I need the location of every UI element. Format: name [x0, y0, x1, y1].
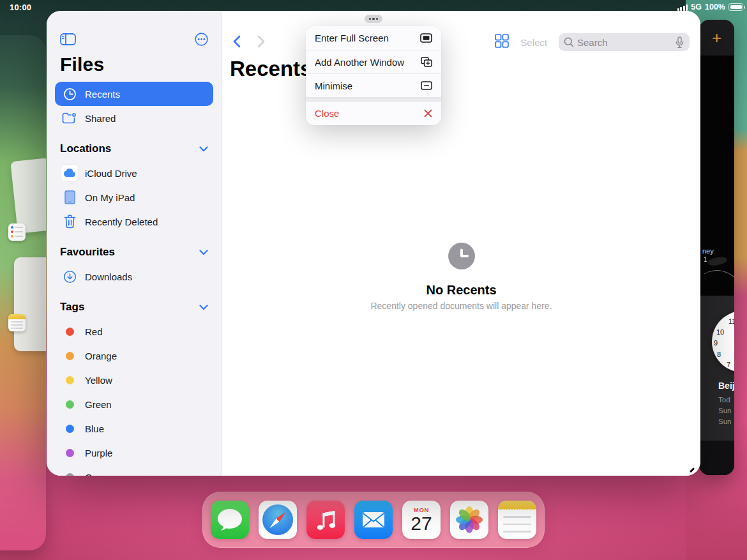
- sidebar-item-downloads[interactable]: Downloads: [55, 264, 213, 289]
- sidebar-item-label: Shared: [85, 113, 116, 124]
- sidebar-item-label: Recently Deleted: [85, 216, 158, 227]
- empty-state-subtitle: Recently opened documents will appear he…: [222, 301, 700, 311]
- thumbnail-note-card: [10, 158, 46, 234]
- clock-number: 7: [727, 361, 730, 368]
- signal-bars-icon: [677, 4, 688, 11]
- enter-full-screen-icon: [420, 33, 432, 43]
- battery-icon: [728, 3, 743, 11]
- view-options-button[interactable]: [495, 34, 509, 50]
- tag-label: Orange: [85, 351, 117, 361]
- menu-item-close[interactable]: Close: [306, 102, 441, 125]
- sidebar-item-on-my-ipad[interactable]: On My iPad: [55, 185, 213, 209]
- section-title: Locations: [60, 142, 111, 155]
- more-options-button[interactable]: [195, 33, 208, 49]
- minimise-icon: [421, 81, 432, 90]
- clock-number: 9: [714, 339, 718, 347]
- city-name-label: Beij: [718, 381, 734, 391]
- tag-color-dot: [66, 449, 74, 457]
- back-button[interactable]: [232, 35, 241, 50]
- clock-app-header: +: [699, 20, 734, 56]
- tag-label: Purple: [85, 448, 112, 458]
- page-title: Recents: [230, 57, 312, 81]
- shared-folder-icon: [61, 112, 78, 125]
- tag-color-dot: [66, 425, 74, 433]
- icloud-drive-icon: [61, 165, 78, 181]
- select-button[interactable]: Select: [520, 37, 547, 48]
- clock-number: 10: [716, 328, 724, 336]
- tag-color-dot: [66, 473, 74, 476]
- section-title: Favourites: [60, 246, 115, 259]
- dock: MON 27: [202, 492, 545, 548]
- stage-right-app-thumbnail[interactable]: + ney 1 11 10 9 8 7 Beij Tod Sun Sun: [699, 20, 734, 475]
- menu-separator: [306, 97, 441, 102]
- window-controls-menu: Enter Full Screen Add Another Window Min…: [306, 26, 441, 125]
- toggle-sidebar-button[interactable]: [60, 33, 76, 48]
- photos-app-icon[interactable]: [450, 501, 488, 539]
- stage-left-app-thumbnail[interactable]: [0, 35, 46, 550]
- tag-label: Blue: [85, 423, 104, 434]
- download-circle-icon: [61, 270, 78, 284]
- clock-time: 10:00: [10, 3, 31, 12]
- section-header-favourites[interactable]: Favourites: [55, 245, 213, 259]
- sunset-label: Sun: [718, 418, 731, 425]
- sidebar-item-icloud-drive[interactable]: iCloud Drive: [55, 161, 213, 185]
- add-clock-button[interactable]: +: [712, 29, 721, 46]
- battery-percent: 100%: [705, 3, 725, 11]
- section-header-tags[interactable]: Tags: [55, 300, 213, 314]
- forward-button[interactable]: [257, 35, 266, 50]
- files-window: Files Recents Shared Locations: [47, 11, 700, 476]
- notes-icon-header: [498, 501, 536, 510]
- sidebar-item-recents[interactable]: Recents: [55, 82, 213, 106]
- status-bar: 10:00 5G 100%: [0, 0, 747, 15]
- sidebar-item-tag-green[interactable]: Green: [55, 392, 213, 416]
- empty-state-title: No Recents: [222, 283, 700, 298]
- ipad-icon: [61, 190, 78, 204]
- sidebar-item-label: Recents: [85, 89, 120, 100]
- world-map-time-label: 1: [704, 256, 707, 263]
- sidebar-item-shared[interactable]: Shared: [55, 106, 213, 130]
- notes-app-icon[interactable]: [498, 501, 536, 539]
- music-app-icon[interactable]: [306, 501, 345, 539]
- add-another-window-icon: [421, 57, 432, 67]
- window-resize-handle[interactable]: [686, 464, 696, 474]
- messages-app-icon[interactable]: [211, 501, 249, 539]
- files-sidebar: Files Recents Shared Locations: [47, 11, 222, 476]
- chevron-down-icon: [199, 146, 208, 152]
- menu-item-add-another-window[interactable]: Add Another Window: [306, 50, 441, 73]
- search-field[interactable]: [559, 33, 690, 51]
- clock-icon: [61, 87, 78, 101]
- sidebar-item-tag-grey[interactable]: Grey: [55, 465, 213, 476]
- tag-color-dot: [66, 400, 74, 409]
- menu-item-enter-full-screen[interactable]: Enter Full Screen: [306, 26, 441, 50]
- microphone-icon[interactable]: [675, 36, 684, 51]
- sidebar-item-tag-purple[interactable]: Purple: [55, 441, 213, 465]
- safari-app-icon[interactable]: [259, 501, 297, 539]
- thumbnail-note-card: [14, 257, 46, 351]
- world-map-landmass: [707, 255, 728, 267]
- search-input[interactable]: [559, 33, 690, 51]
- sidebar-item-recently-deleted[interactable]: Recently Deleted: [55, 209, 213, 234]
- sidebar-item-label: Downloads: [85, 271, 132, 282]
- chevron-down-icon: [199, 250, 208, 255]
- tag-color-dot: [66, 328, 74, 336]
- sidebar-title: Files: [55, 55, 213, 74]
- tag-label: Grey: [85, 472, 106, 476]
- empty-state: No Recents Recently opened documents wil…: [222, 243, 700, 311]
- chevron-down-icon: [199, 305, 208, 310]
- section-header-locations[interactable]: Locations: [55, 142, 213, 156]
- tag-label: Red: [85, 326, 103, 337]
- sidebar-item-tag-red[interactable]: Red: [55, 319, 213, 344]
- sidebar-item-tag-orange[interactable]: Orange: [55, 344, 213, 368]
- menu-item-minimise[interactable]: Minimise: [306, 73, 441, 97]
- mail-app-icon[interactable]: [354, 501, 393, 539]
- sidebar-item-tag-yellow[interactable]: Yellow: [55, 368, 213, 392]
- sidebar-item-tag-blue[interactable]: Blue: [55, 416, 213, 441]
- tag-label: Green: [85, 399, 112, 410]
- trash-icon: [61, 215, 78, 229]
- sidebar-item-label: On My iPad: [85, 192, 135, 203]
- calendar-app-icon[interactable]: MON 27: [402, 501, 441, 539]
- window-controls-handle[interactable]: [365, 15, 382, 23]
- sunrise-label: Sun: [718, 407, 731, 414]
- calendar-day: 27: [402, 513, 441, 534]
- section-title: Tags: [60, 301, 84, 314]
